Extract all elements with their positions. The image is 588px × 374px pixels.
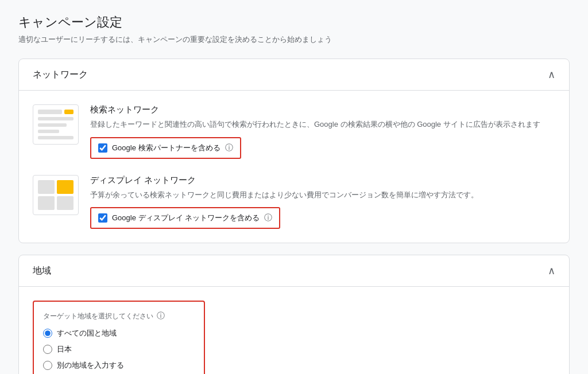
search-network-item: 検索ネットワーク 登録したキーワードと関連性の高い語句で検索が行われたときに、G… (33, 104, 555, 159)
radio-japan[interactable] (43, 345, 52, 354)
network-chevron-up-icon: ∧ (548, 68, 555, 81)
network-section-card: ネットワーク ∧ 検索ネットワーク 登録したキーワードと関 (18, 59, 570, 243)
search-partner-label: Google 検索パートナーを含める (112, 143, 220, 153)
search-network-content: 検索ネットワーク 登録したキーワードと関連性の高い語句で検索が行われたときに、G… (90, 104, 555, 159)
search-partner-help-icon[interactable]: ⓘ (225, 143, 233, 153)
location-section-title: 地域 (33, 265, 51, 277)
radio-option-japan[interactable]: 日本 (43, 344, 195, 354)
display-network-title: ディスプレイ ネットワーク (90, 175, 555, 186)
display-cell-1 (38, 180, 55, 194)
search-network-thumbnail (33, 104, 79, 145)
display-cell-3 (38, 196, 55, 210)
radio-option-other[interactable]: 別の地域を入力する (43, 360, 195, 371)
network-section-header[interactable]: ネットワーク ∧ (19, 59, 569, 91)
page-subtitle: 適切なユーザーにリーチするには、キャンペーンの重要な設定を決めることから始めまし… (18, 34, 570, 45)
display-network-description: 予算が余っている検索ネットワークと同じ費用またはより少ない費用でコンバージョン数… (90, 189, 555, 201)
network-section-body: 検索ネットワーク 登録したキーワードと関連性の高い語句で検索が行われたときに、G… (19, 91, 569, 243)
radio-other-region-label: 別の地域を入力する (57, 360, 124, 371)
thumb-line-3 (38, 130, 59, 133)
thumb-search-bar (38, 110, 74, 114)
location-section-body: ターゲット地域を選択してください ⓘ すべての国と地域 日本 別の地域を入力する (19, 287, 569, 374)
thumb-line-2 (38, 123, 67, 127)
display-network-item: ディスプレイ ネットワーク 予算が余っている検索ネットワークと同じ費用またはより… (33, 175, 555, 229)
display-network-label: Google ディスプレイ ネットワークを含める (112, 213, 260, 223)
location-target-box: ターゲット地域を選択してください ⓘ すべての国と地域 日本 別の地域を入力する (33, 301, 205, 374)
thumb-bar-long (38, 110, 62, 114)
location-chevron-up-icon: ∧ (548, 264, 555, 277)
search-network-title: 検索ネットワーク (90, 104, 555, 115)
radio-other-region[interactable] (43, 361, 52, 370)
location-section-card: 地域 ∧ ターゲット地域を選択してください ⓘ すべての国と地域 日本 (18, 255, 570, 374)
thumb-line-4 (38, 136, 74, 139)
radio-option-all[interactable]: すべての国と地域 (43, 328, 195, 338)
radio-all-countries-label: すべての国と地域 (57, 328, 117, 338)
radio-japan-label: 日本 (57, 344, 72, 354)
thumb-bar-btn (64, 110, 74, 114)
page-title: キャンペーン設定 (18, 14, 570, 31)
network-section-title: ネットワーク (33, 69, 88, 81)
display-network-thumbnail (33, 175, 79, 215)
location-target-help-icon[interactable]: ⓘ (157, 311, 165, 321)
display-network-content: ディスプレイ ネットワーク 予算が余っている検索ネットワークと同じ費用またはより… (90, 175, 555, 229)
radio-all-countries[interactable] (43, 329, 52, 338)
display-cell-4 (57, 196, 74, 210)
search-network-description: 登録したキーワードと関連性の高い語句で検索が行われたときに、Google の検索… (90, 119, 555, 130)
search-partner-checkbox[interactable] (98, 143, 107, 153)
display-network-checkbox-row: Google ディスプレイ ネットワークを含める ⓘ (90, 207, 280, 229)
display-network-help-icon[interactable]: ⓘ (264, 213, 272, 223)
display-network-checkbox[interactable] (98, 213, 107, 223)
location-target-label: ターゲット地域を選択してください ⓘ (43, 311, 195, 321)
search-partner-checkbox-row: Google 検索パートナーを含める ⓘ (90, 137, 241, 159)
display-cell-2 (57, 180, 74, 194)
page-container: キャンペーン設定 適切なユーザーにリーチするには、キャンペーンの重要な設定を決め… (0, 0, 588, 374)
location-section-header[interactable]: 地域 ∧ (19, 255, 569, 287)
display-thumb-grid (38, 180, 74, 210)
thumb-line-1 (38, 117, 74, 120)
